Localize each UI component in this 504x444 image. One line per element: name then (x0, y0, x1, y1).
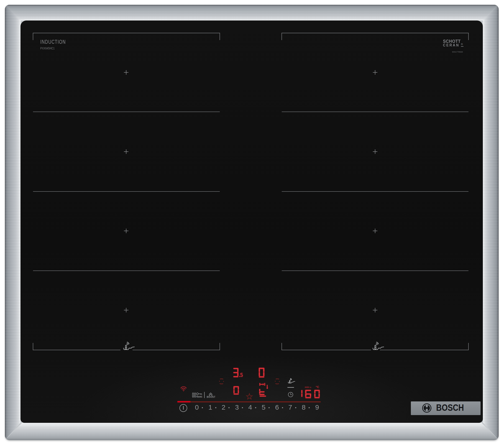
svg-text:BOSCH: BOSCH (436, 403, 464, 413)
svg-text:min: min (305, 386, 309, 389)
svg-text:4sec: 4sec (196, 395, 203, 398)
svg-text::s: :s (309, 386, 311, 389)
svg-text:BOOST: BOOST (207, 396, 216, 398)
svg-text:°C: °C (316, 385, 319, 389)
